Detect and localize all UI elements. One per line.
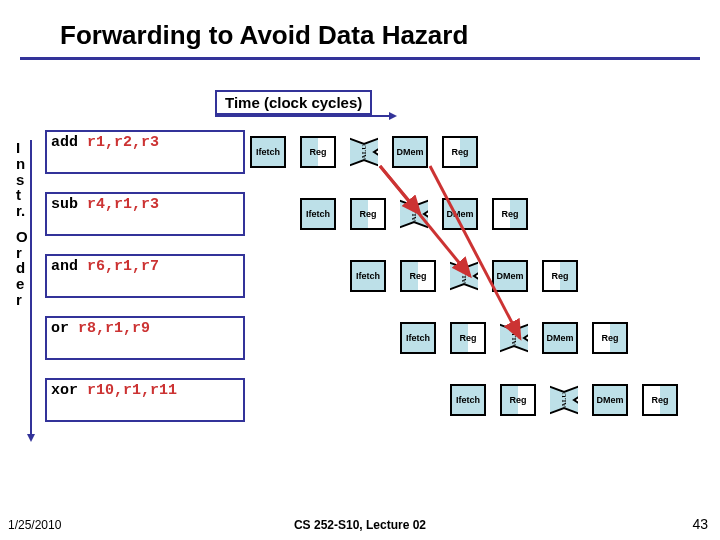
pipeline-stages: IfetchReg ALU DMemReg	[450, 384, 692, 416]
pipeline-stages: IfetchReg ALU DMemReg	[350, 260, 592, 292]
ifetch-stage: Ifetch	[400, 322, 436, 354]
reg-stage: Reg	[400, 260, 436, 292]
footer-center: CS 252-S10, Lecture 02	[0, 518, 720, 532]
svg-text:ALU: ALU	[360, 145, 368, 160]
pipeline-stages: IfetchReg ALU DMemReg	[250, 136, 492, 168]
reg-stage: Reg	[300, 136, 336, 168]
slide-title: Forwarding to Avoid Data Hazard	[0, 0, 720, 57]
svg-text:ALU: ALU	[510, 331, 518, 346]
footer-slide-number: 43	[692, 516, 708, 532]
alu-stage: ALU	[450, 260, 478, 292]
pipeline-stages: IfetchReg ALU DMemReg	[400, 322, 642, 354]
alu-stage: ALU	[500, 322, 528, 354]
reg-stage: Reg	[350, 198, 386, 230]
regw-stage: Reg	[642, 384, 678, 416]
dmem-stage: DMem	[592, 384, 628, 416]
yaxis-arrow	[30, 140, 32, 440]
regw-stage: Reg	[492, 198, 528, 230]
pipeline-stages: IfetchReg ALU DMemReg	[300, 198, 542, 230]
dmem-stage: DMem	[542, 322, 578, 354]
alu-stage: ALU	[350, 136, 378, 168]
ifetch-stage: Ifetch	[250, 136, 286, 168]
ifetch-stage: Ifetch	[350, 260, 386, 292]
svg-text:ALU: ALU	[410, 207, 418, 222]
regw-stage: Reg	[592, 322, 628, 354]
ifetch-stage: Ifetch	[300, 198, 336, 230]
instruction-box: sub r4,r1,r3	[45, 192, 245, 236]
dmem-stage: DMem	[442, 198, 478, 230]
reg-stage: Reg	[500, 384, 536, 416]
instruction-box: and r6,r1,r7	[45, 254, 245, 298]
instruction-box: add r1,r2,r3	[45, 130, 245, 174]
title-underline	[20, 57, 700, 60]
instruction-box: or r8,r1,r9	[45, 316, 245, 360]
svg-text:ALU: ALU	[460, 269, 468, 284]
alu-stage: ALU	[550, 384, 578, 416]
time-axis-label: Time (clock cycles)	[215, 90, 372, 115]
time-axis-arrow	[215, 115, 395, 117]
alu-stage: ALU	[400, 198, 428, 230]
svg-text:ALU: ALU	[560, 393, 568, 408]
pipeline-diagram: add r1,r2,r3 IfetchReg ALU DMemReg sub r…	[40, 130, 720, 470]
regw-stage: Reg	[542, 260, 578, 292]
instruction-box: xor r10,r1,r11	[45, 378, 245, 422]
reg-stage: Reg	[450, 322, 486, 354]
dmem-stage: DMem	[492, 260, 528, 292]
regw-stage: Reg	[442, 136, 478, 168]
yaxis-label: Instr. Order	[16, 140, 28, 308]
dmem-stage: DMem	[392, 136, 428, 168]
ifetch-stage: Ifetch	[450, 384, 486, 416]
